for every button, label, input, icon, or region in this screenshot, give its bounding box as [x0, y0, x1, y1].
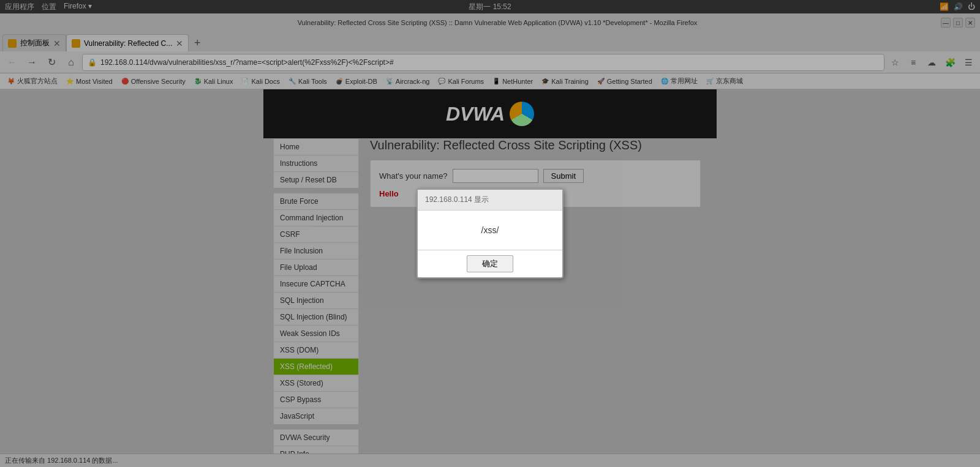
alert-message: /xss/ — [481, 225, 499, 235]
alert-header-text: 192.168.0.114 显示 — [425, 195, 489, 204]
alert-dialog-body: /xss/ — [418, 211, 562, 250]
alert-dialog-header: 192.168.0.114 显示 — [418, 190, 562, 211]
alert-dialog: 192.168.0.114 显示 /xss/ 确定 — [417, 189, 564, 278]
alert-overlay: 192.168.0.114 显示 /xss/ 确定 — [0, 89, 980, 454]
alert-ok-button[interactable]: 确定 — [467, 255, 513, 272]
alert-dialog-footer: 确定 — [418, 250, 562, 277]
browser-content: DVWA Home Instructions Setup / Reset DB … — [0, 89, 980, 454]
